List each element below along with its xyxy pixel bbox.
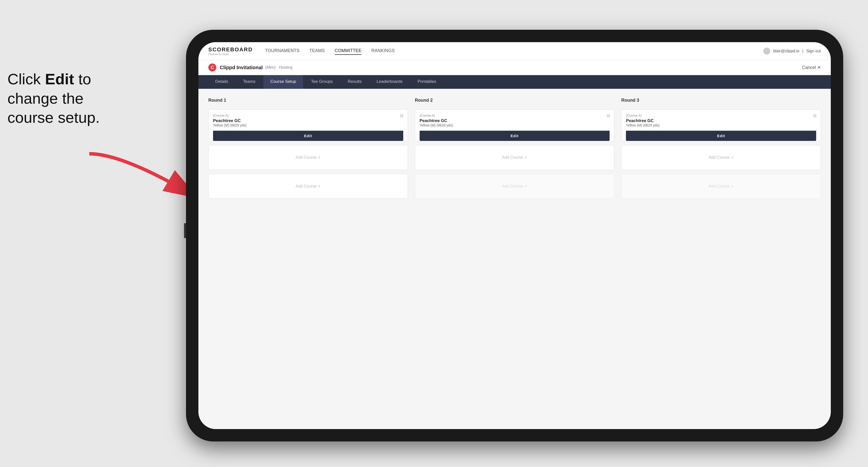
nav-separator: | bbox=[802, 49, 803, 53]
event-title: Clippd Invitational bbox=[220, 65, 262, 70]
round-1-add-course-2[interactable]: Add Course + bbox=[208, 174, 408, 199]
nav-email: blair@clippd.io bbox=[773, 49, 799, 53]
nav-links: TOURNAMENTS TEAMS COMMITTEE RANKINGS bbox=[265, 47, 763, 55]
instruction-bold: Edit bbox=[45, 70, 74, 88]
top-nav: SCOREBOARD Powered by clippd TOURNAMENTS… bbox=[198, 42, 831, 60]
nav-committee[interactable]: COMMITTEE bbox=[335, 47, 362, 55]
round-3-add-course-1-plus: + bbox=[731, 155, 734, 160]
scoreboard-logo: SCOREBOARD Powered by clippd bbox=[208, 46, 253, 56]
round-3-course-name: Peachtree GC bbox=[626, 118, 816, 123]
nav-teams[interactable]: TEAMS bbox=[310, 47, 325, 55]
round-1-add-course-1[interactable]: Add Course + bbox=[208, 145, 408, 170]
round-1-add-course-2-plus: + bbox=[318, 184, 321, 189]
round-1-add-course-1-plus: + bbox=[318, 155, 321, 160]
round-1-add-course-1-label: Add Course bbox=[296, 155, 317, 160]
nav-rankings[interactable]: RANKINGS bbox=[372, 47, 395, 55]
round-1-edit-button[interactable]: Edit bbox=[213, 131, 403, 141]
round-3-add-course-2: Add Course + bbox=[621, 174, 821, 199]
round-1-title: Round 1 bbox=[208, 98, 408, 103]
round-1-delete-icon[interactable]: ⊟ bbox=[399, 113, 405, 119]
tablet-side-button bbox=[184, 223, 186, 238]
nav-right: blair@clippd.io | Sign out bbox=[763, 48, 821, 55]
round-1-column: Round 1 (Course A) Peachtree GC Yellow (… bbox=[208, 98, 408, 199]
tab-teams[interactable]: Teams bbox=[236, 75, 262, 89]
tab-tee-groups[interactable]: Tee Groups bbox=[304, 75, 340, 89]
round-3-course-card: (Course A) Peachtree GC Yellow (M) (6629… bbox=[621, 110, 821, 141]
tab-leaderboards[interactable]: Leaderboards bbox=[370, 75, 410, 89]
round-3-add-course-2-label: Add Course bbox=[709, 184, 730, 188]
round-1-course-name: Peachtree GC bbox=[213, 118, 403, 123]
round-3-course-label: (Course A) bbox=[626, 114, 816, 117]
round-2-add-course-2-label: Add Course bbox=[502, 184, 523, 188]
round-2-title: Round 2 bbox=[415, 98, 615, 103]
tab-details[interactable]: Details bbox=[208, 75, 235, 89]
nav-signout[interactable]: Sign out bbox=[806, 49, 821, 53]
tablet-screen: SCOREBOARD Powered by clippd TOURNAMENTS… bbox=[198, 42, 831, 429]
round-3-column: Round 3 (Course A) Peachtree GC Yellow (… bbox=[621, 98, 821, 199]
logo-subtitle: Powered by clippd bbox=[208, 53, 253, 56]
round-3-add-course-2-plus: + bbox=[731, 184, 734, 189]
event-badge: (Men) bbox=[265, 65, 276, 70]
round-2-add-course-1-label: Add Course bbox=[502, 155, 523, 160]
round-3-add-course-1-label: Add Course bbox=[709, 155, 730, 160]
round-2-course-details: Yellow (M) (6629 yds) bbox=[420, 123, 610, 127]
sub-header: C Clippd Invitational (Men) Hosting Canc… bbox=[198, 60, 831, 75]
round-2-edit-button[interactable]: Edit bbox=[420, 131, 610, 141]
content-area: Round 1 (Course A) Peachtree GC Yellow (… bbox=[198, 89, 831, 208]
round-2-add-course-1[interactable]: Add Course + bbox=[415, 145, 615, 170]
round-1-course-label: (Course A) bbox=[213, 114, 403, 117]
rounds-container: Round 1 (Course A) Peachtree GC Yellow (… bbox=[208, 98, 821, 199]
round-3-course-details: Yellow (M) (6629 yds) bbox=[626, 123, 816, 127]
tab-course-setup[interactable]: Course Setup bbox=[264, 75, 303, 89]
event-status: Hosting bbox=[279, 65, 292, 70]
round-2-course-name: Peachtree GC bbox=[420, 118, 610, 123]
round-2-column: Round 2 (Course A) Peachtree GC Yellow (… bbox=[415, 98, 615, 199]
round-1-course-details: Yellow (M) (6629 yds) bbox=[213, 123, 403, 127]
instruction-text: Click Edit tochange thecourse setup. bbox=[7, 69, 100, 127]
tab-bar: Details Teams Course Setup Tee Groups Re… bbox=[198, 75, 831, 89]
round-3-delete-icon[interactable]: ⊟ bbox=[812, 113, 818, 119]
nav-tournaments[interactable]: TOURNAMENTS bbox=[265, 47, 300, 55]
round-2-delete-icon[interactable]: ⊟ bbox=[605, 113, 611, 119]
round-2-course-label: (Course A) bbox=[420, 114, 610, 117]
round-2-course-card: (Course A) Peachtree GC Yellow (M) (6629… bbox=[415, 110, 615, 141]
round-3-title: Round 3 bbox=[621, 98, 821, 103]
nav-avatar bbox=[763, 48, 770, 55]
brand-logo: C bbox=[208, 63, 216, 71]
tablet-device: SCOREBOARD Powered by clippd TOURNAMENTS… bbox=[186, 30, 843, 441]
round-3-add-course-1[interactable]: Add Course + bbox=[621, 145, 821, 170]
round-2-add-course-2: Add Course + bbox=[415, 174, 615, 199]
tab-printables[interactable]: Printables bbox=[411, 75, 443, 89]
tab-results[interactable]: Results bbox=[341, 75, 369, 89]
round-1-course-card: (Course A) Peachtree GC Yellow (M) (6629… bbox=[208, 110, 408, 141]
round-3-edit-button[interactable]: Edit bbox=[626, 131, 816, 141]
round-2-add-course-2-plus: + bbox=[525, 184, 527, 189]
logo-title: SCOREBOARD bbox=[208, 46, 253, 53]
round-2-add-course-1-plus: + bbox=[525, 155, 527, 160]
round-1-add-course-2-label: Add Course bbox=[296, 184, 317, 188]
app-content: SCOREBOARD Powered by clippd TOURNAMENTS… bbox=[198, 42, 831, 429]
cancel-button[interactable]: Cancel ✕ bbox=[802, 65, 821, 70]
instruction-prefix: Click bbox=[7, 70, 45, 88]
